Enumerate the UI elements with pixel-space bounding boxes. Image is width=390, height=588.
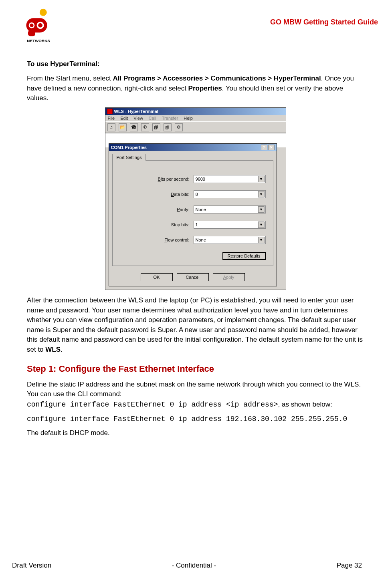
- apply-button: Apply: [213, 273, 245, 281]
- hyperterminal-window: WLS - HyperTerminal File Edit View Call …: [105, 107, 286, 290]
- chevron-down-icon[interactable]: ▼: [258, 237, 265, 243]
- flow-dropdown[interactable]: None▼: [194, 236, 266, 244]
- databits-label: Data bits:: [171, 192, 189, 197]
- flow-label: Flow control:: [164, 238, 189, 242]
- connect-icon[interactable]: ☎: [130, 123, 138, 131]
- window-title: WLS - HyperTerminal: [114, 109, 158, 114]
- disconnect-icon[interactable]: ✆: [141, 123, 149, 131]
- menu-help[interactable]: Help: [184, 116, 193, 121]
- menu-edit[interactable]: Edit: [120, 116, 128, 121]
- page-footer: Draft Version - Confidential - Page 32: [0, 562, 390, 570]
- port-settings-panel: Bits per second: 9600▼ Data bits: 8▼ Par…: [112, 160, 273, 266]
- svg-rect-6: [28, 30, 35, 36]
- bps-dropdown[interactable]: 9600▼: [194, 175, 266, 183]
- restore-defaults-button[interactable]: Restore Defaults: [222, 252, 266, 260]
- footer-left: Draft Version: [12, 562, 51, 570]
- step1-heading: Step 1: Configure the Fast Ethernet Inte…: [27, 364, 364, 374]
- after-connection-paragraph: After the connection between the WLS and…: [27, 296, 364, 355]
- menu-file[interactable]: File: [108, 116, 115, 121]
- menu-call[interactable]: Call: [149, 116, 156, 121]
- intro-paragraph: From the Start menu, select All Programs…: [27, 74, 364, 103]
- cancel-button[interactable]: Cancel: [177, 273, 209, 281]
- txt: .: [61, 346, 63, 353]
- chevron-down-icon[interactable]: ▼: [258, 176, 265, 182]
- svg-point-0: [40, 9, 47, 16]
- menu-view[interactable]: View: [133, 116, 143, 121]
- txt: , as shown below:: [278, 401, 332, 408]
- txt: From the Start menu, select: [27, 75, 113, 82]
- stopbits-label: Stop bits:: [171, 222, 190, 227]
- system-name: WLS: [45, 346, 61, 353]
- close-icon[interactable]: ✕: [268, 145, 275, 150]
- cli-command-template: configure interface FastEthernet 0 ip ad…: [27, 401, 278, 409]
- window-titlebar: WLS - HyperTerminal: [105, 108, 286, 115]
- menu-path: All Programs > Accessories > Communicati…: [113, 75, 321, 82]
- properties-icon[interactable]: ⚙: [175, 123, 183, 131]
- databits-dropdown[interactable]: 8▼: [194, 190, 266, 198]
- step1-para1: Define the static IP address and the sub…: [27, 380, 364, 410]
- section-heading: To use HyperTerminal:: [27, 60, 364, 68]
- parity-dropdown[interactable]: None▼: [194, 205, 266, 213]
- txt: After the connection between the WLS and…: [27, 296, 363, 353]
- receive-icon[interactable]: 🗐: [164, 123, 172, 131]
- send-icon[interactable]: 🗐: [152, 123, 160, 131]
- menu-item: Properties: [188, 85, 222, 92]
- stopbits-dropdown[interactable]: 1▼: [194, 221, 266, 229]
- toolbar: 🗋 📂 ☎ ✆ 🗐 🗐 ⚙: [105, 122, 286, 133]
- chevron-down-icon[interactable]: ▼: [258, 222, 265, 228]
- svg-point-3: [30, 24, 34, 27]
- parity-label: Parity:: [177, 207, 189, 212]
- svg-point-5: [38, 23, 42, 28]
- brand-logo: NETWORKS: [21, 8, 57, 44]
- cli-command-example: configure interface FastEthernet 0 ip ad…: [27, 414, 364, 424]
- bps-label: Bits per second:: [158, 177, 190, 181]
- menu-transfer[interactable]: Transfer: [162, 116, 178, 121]
- tab-port-settings[interactable]: Port Settings: [112, 154, 146, 161]
- logo-text: NETWORKS: [27, 38, 50, 43]
- new-icon[interactable]: 🗋: [107, 123, 115, 131]
- txt: Define the static IP address and the sub…: [27, 381, 361, 398]
- menubar[interactable]: File Edit View Call Transfer Help: [105, 115, 286, 122]
- doc-title: GO MBW Getting Started Guide: [270, 18, 378, 26]
- app-icon: [107, 109, 113, 114]
- footer-right: Page 32: [337, 562, 362, 570]
- footer-center: - Confidential -: [172, 562, 216, 570]
- open-icon[interactable]: 📂: [119, 123, 127, 131]
- dialog-title: COM1 Properties: [111, 145, 147, 150]
- chevron-down-icon[interactable]: ▼: [258, 191, 265, 197]
- chevron-down-icon[interactable]: ▼: [258, 206, 265, 213]
- com1-properties-dialog: COM1 Properties ? ✕ Port Settings Bits p…: [109, 143, 277, 286]
- step1-para2: The default is DHCP mode.: [27, 428, 364, 438]
- help-icon[interactable]: ?: [261, 145, 267, 150]
- ok-button[interactable]: OK: [141, 273, 173, 281]
